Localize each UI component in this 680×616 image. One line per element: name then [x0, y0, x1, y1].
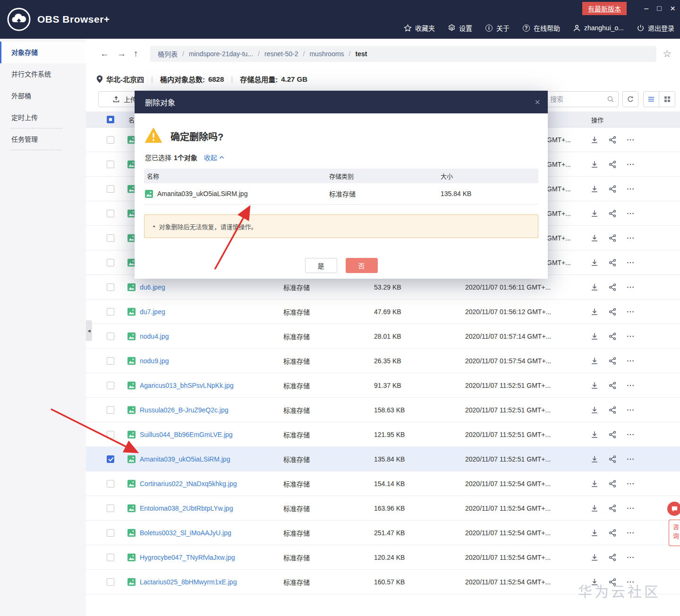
more-icon[interactable]	[626, 160, 635, 169]
table-row[interactable]: Boletus0032_Sl_iMoAAJyU.jpg标准存储251.47 KB…	[86, 521, 680, 545]
more-icon[interactable]	[626, 381, 635, 390]
table-row[interactable]: Agaricus013_bhSPsvLNpKk.jpg标准存储91.37 KB2…	[86, 373, 680, 398]
object-name-link[interactable]: nodu9.jpg	[140, 357, 169, 365]
download-icon[interactable]	[590, 357, 599, 365]
table-row[interactable]: Cortinarius022_tNaDxq5khkg.jpg标准存储154.14…	[86, 471, 680, 496]
download-icon[interactable]	[590, 381, 599, 390]
share-icon[interactable]	[608, 357, 617, 365]
share-icon[interactable]	[608, 455, 617, 463]
forward-icon[interactable]: →	[117, 49, 126, 59]
row-checkbox[interactable]	[107, 357, 114, 365]
row-checkbox[interactable]	[107, 480, 114, 488]
more-icon[interactable]	[626, 136, 635, 144]
row-checkbox[interactable]	[107, 185, 114, 193]
share-icon[interactable]	[608, 406, 617, 414]
download-icon[interactable]	[590, 209, 599, 218]
row-checkbox[interactable]	[107, 161, 114, 168]
yes-button[interactable]: 是	[305, 258, 337, 273]
nav-about[interactable]: i关于	[485, 23, 510, 33]
row-checkbox[interactable]	[107, 333, 114, 340]
object-name-link[interactable]: du7.jpeg	[140, 308, 165, 316]
download-icon[interactable]	[590, 283, 599, 291]
update-badge[interactable]: 有最新版本	[582, 2, 627, 15]
table-row[interactable]: nodu9.jpg标准存储26.35 KB2020/11/07 01:57:54…	[86, 349, 680, 373]
row-checkbox[interactable]	[107, 529, 114, 537]
object-name-link[interactable]: Hygrocybe047_TNyRfvlaJxw.jpg	[140, 554, 235, 561]
row-checkbox[interactable]	[107, 259, 114, 266]
sidebar-item-task-management[interactable]: 任务管理	[0, 128, 86, 150]
share-icon[interactable]	[608, 283, 617, 291]
download-icon[interactable]	[590, 185, 599, 193]
download-icon[interactable]	[590, 504, 599, 513]
share-icon[interactable]	[608, 504, 617, 513]
download-icon[interactable]	[590, 160, 599, 169]
sidebar-item-external-bucket[interactable]: 外部桶	[0, 85, 86, 107]
table-row[interactable]: Suillus044_Bb96EmGmLVE.jpg标准存储121.95 KB2…	[86, 422, 680, 447]
sidebar-item-parallel-file-system[interactable]: 并行文件系统	[0, 63, 86, 85]
object-name-link[interactable]: du6.jpeg	[140, 283, 165, 291]
list-view-button[interactable]	[643, 91, 659, 107]
share-icon[interactable]	[608, 553, 617, 562]
more-icon[interactable]	[626, 332, 635, 341]
share-icon[interactable]	[608, 332, 617, 341]
download-icon[interactable]	[590, 455, 599, 463]
more-icon[interactable]	[626, 308, 635, 316]
breadcrumb-item[interactable]: 桶列表	[158, 49, 178, 59]
search-input[interactable]	[550, 92, 603, 106]
row-checkbox[interactable]	[107, 136, 114, 144]
minimize-icon[interactable]: –	[644, 5, 648, 12]
download-icon[interactable]	[590, 308, 599, 316]
more-icon[interactable]	[626, 283, 635, 291]
no-button[interactable]: 否	[346, 258, 378, 273]
nav-logout[interactable]: 退出登录	[637, 23, 674, 33]
download-icon[interactable]	[590, 553, 599, 562]
share-icon[interactable]	[608, 160, 617, 169]
share-icon[interactable]	[608, 381, 617, 390]
object-name-link[interactable]: Boletus0032_Sl_iMoAAJyU.jpg	[140, 529, 231, 537]
row-checkbox[interactable]	[107, 578, 114, 586]
search-icon[interactable]	[607, 95, 614, 103]
table-row[interactable]: Amanita039_ukO5iaLSiRM.jpg标准存储135.84 KB2…	[86, 447, 680, 471]
share-icon[interactable]	[608, 209, 617, 218]
back-icon[interactable]: ←	[100, 49, 109, 59]
row-checkbox[interactable]	[107, 431, 114, 438]
download-icon[interactable]	[590, 529, 599, 537]
share-icon[interactable]	[608, 234, 617, 242]
nav-user[interactable]: zhanghui_o...	[573, 24, 624, 32]
row-checkbox[interactable]	[107, 308, 114, 316]
select-all-checkbox[interactable]	[107, 116, 114, 123]
download-icon[interactable]	[590, 234, 599, 242]
row-checkbox[interactable]	[107, 406, 114, 414]
grid-view-button[interactable]	[659, 91, 675, 107]
row-checkbox[interactable]	[107, 210, 114, 217]
more-icon[interactable]	[626, 479, 635, 488]
object-name-link[interactable]: nodu4.jpg	[140, 333, 169, 340]
download-icon[interactable]	[590, 406, 599, 414]
breadcrumb-item[interactable]: mushrooms	[309, 50, 344, 58]
table-row[interactable]: Russula026_B-JruZ9eQ2c.jpg标准存储158.63 KB2…	[86, 398, 680, 422]
more-icon[interactable]	[626, 209, 635, 218]
more-icon[interactable]	[626, 455, 635, 463]
row-checkbox[interactable]	[107, 455, 114, 463]
share-icon[interactable]	[608, 258, 617, 267]
nav-help[interactable]: ?在线帮助	[522, 23, 560, 33]
breadcrumb-item[interactable]: test	[355, 50, 367, 58]
refresh-button[interactable]	[622, 91, 638, 107]
object-name-link[interactable]: Agaricus013_bhSPsvLNpKk.jpg	[140, 382, 233, 389]
object-name-link[interactable]: Lactarius025_8bHMwyrm1xE.jpg	[140, 578, 237, 586]
more-icon[interactable]	[626, 430, 635, 439]
close-window-icon[interactable]: ×	[670, 4, 675, 13]
sidebar-item-scheduled-upload[interactable]: 定时上传	[0, 107, 86, 128]
more-icon[interactable]	[626, 258, 635, 267]
download-icon[interactable]	[590, 258, 599, 267]
more-icon[interactable]	[626, 406, 635, 414]
row-checkbox[interactable]	[107, 234, 114, 242]
table-row[interactable]: Hygrocybe047_TNyRfvlaJxw.jpg标准存储120.24 K…	[86, 545, 680, 570]
share-icon[interactable]	[608, 308, 617, 316]
object-name-link[interactable]: Russula026_B-JruZ9eQ2c.jpg	[140, 406, 229, 414]
object-name-link[interactable]: Amanita039_ukO5iaLSiRM.jpg	[140, 455, 230, 463]
download-icon[interactable]	[590, 136, 599, 144]
more-icon[interactable]	[626, 234, 635, 242]
nav-favorites[interactable]: 收藏夹	[404, 23, 435, 33]
up-icon[interactable]: ↑	[134, 49, 138, 59]
